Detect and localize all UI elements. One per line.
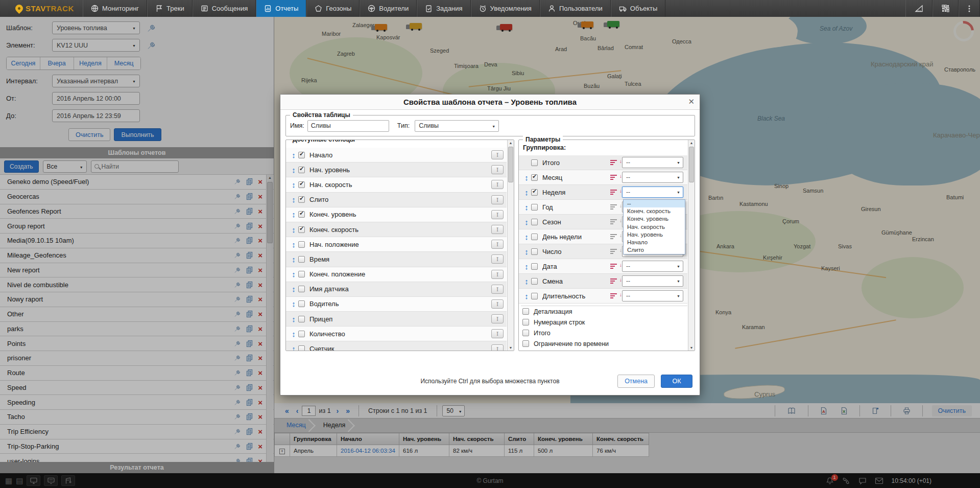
- column-row[interactable]: ↕ Нач. уровень Ī: [286, 162, 507, 177]
- column-row[interactable]: ↕ Счетчик Ī: [286, 341, 507, 351]
- column-row[interactable]: ↕ Слито Ī: [286, 193, 507, 207]
- move-handle-icon[interactable]: ↕: [289, 180, 298, 189]
- column-width-button[interactable]: Ī: [491, 299, 504, 309]
- nav-monitoring[interactable]: Мониторинг: [83, 0, 147, 17]
- move-handle-icon[interactable]: ↕: [289, 315, 298, 323]
- option-row-numbering[interactable]: Нумерация строк: [521, 317, 687, 328]
- grouping-select[interactable]: --: [622, 261, 683, 272]
- column-checkbox[interactable]: [298, 226, 305, 233]
- grouping-select[interactable]: --: [622, 157, 683, 168]
- column-checkbox[interactable]: [298, 181, 305, 188]
- grouping-checkbox[interactable]: [531, 204, 538, 211]
- grouping-row[interactable]: ↕ Дата --: [519, 259, 687, 274]
- move-handle-icon[interactable]: ↕: [289, 285, 298, 293]
- move-handle-icon[interactable]: ↕: [522, 203, 531, 212]
- close-icon[interactable]: ✕: [688, 97, 695, 106]
- column-checkbox[interactable]: [298, 271, 305, 277]
- grouping-checkbox[interactable]: [531, 189, 538, 196]
- grouping-row[interactable]: ↕ Неделя --: [519, 185, 687, 200]
- apps-menu[interactable]: [933, 0, 959, 17]
- nav-messages[interactable]: Сообщения: [193, 0, 256, 17]
- scroll-thumb[interactable]: [689, 147, 694, 182]
- dropdown-option[interactable]: Конеч. уровень: [624, 215, 685, 223]
- sort-order-icon[interactable]: [610, 175, 618, 180]
- column-row[interactable]: ↕ Начало Ī: [286, 148, 507, 162]
- table-name-input[interactable]: [307, 120, 389, 132]
- option-detalization[interactable]: Детализация: [521, 306, 687, 317]
- grouping-select[interactable]: --: [622, 187, 683, 198]
- column-row[interactable]: ↕ Конеч. положение Ī: [286, 267, 507, 282]
- column-checkbox[interactable]: [298, 300, 305, 307]
- move-handle-icon[interactable]: ↕: [522, 262, 531, 271]
- column-width-button[interactable]: Ī: [491, 180, 504, 189]
- column-row[interactable]: ↕ Время Ī: [286, 252, 507, 267]
- option-total[interactable]: Итого: [521, 328, 687, 338]
- nav-jobs[interactable]: Задания: [417, 0, 470, 17]
- dropdown-option[interactable]: Нач. скорость: [624, 223, 685, 231]
- more-menu[interactable]: [959, 0, 980, 17]
- dropdown-option[interactable]: Слито: [624, 246, 685, 254]
- sort-order-icon[interactable]: [610, 293, 618, 298]
- column-width-button[interactable]: Ī: [491, 254, 504, 264]
- column-checkbox[interactable]: [298, 331, 305, 337]
- move-handle-icon[interactable]: ↕: [522, 233, 531, 241]
- column-row[interactable]: ↕ Прицеп Ī: [286, 312, 507, 327]
- nav-units[interactable]: Объекты: [611, 0, 666, 17]
- grouping-checkbox[interactable]: [531, 234, 538, 240]
- sort-order-icon[interactable]: [610, 190, 618, 195]
- column-checkbox[interactable]: [298, 286, 305, 292]
- grouping-row[interactable]: ↕ Месяц --: [519, 170, 687, 185]
- sort-order-icon[interactable]: [610, 219, 618, 224]
- move-handle-icon[interactable]: ↕: [522, 188, 531, 197]
- ok-button[interactable]: ОК: [661, 375, 692, 388]
- checkbox[interactable]: [522, 319, 529, 326]
- scroll-thumb[interactable]: [508, 147, 513, 182]
- move-handle-icon[interactable]: ↕: [289, 299, 298, 308]
- move-handle-icon[interactable]: ↕: [289, 195, 298, 204]
- move-handle-icon[interactable]: ↕: [289, 240, 298, 249]
- column-checkbox[interactable]: [298, 345, 305, 351]
- sort-order-icon[interactable]: [610, 278, 618, 284]
- column-row[interactable]: ↕ Конеч. уровень Ī: [286, 207, 507, 222]
- column-width-button[interactable]: Ī: [491, 285, 504, 294]
- parameters-scrollbar[interactable]: ▲ ▼: [688, 140, 695, 351]
- column-width-button[interactable]: Ī: [491, 240, 504, 249]
- column-width-button[interactable]: Ī: [491, 150, 504, 159]
- move-handle-icon[interactable]: ↕: [522, 292, 531, 300]
- checkbox[interactable]: [522, 330, 529, 336]
- move-handle-icon[interactable]: ↕: [289, 225, 298, 234]
- column-checkbox[interactable]: [298, 316, 305, 322]
- column-checkbox[interactable]: [298, 167, 305, 173]
- sort-order-icon[interactable]: [610, 264, 618, 269]
- column-width-button[interactable]: Ī: [491, 165, 504, 174]
- dropdown-option[interactable]: Нач. уровень: [624, 231, 685, 239]
- scroll-up-icon[interactable]: ▲: [508, 141, 514, 145]
- column-checkbox[interactable]: [298, 211, 305, 218]
- move-handle-icon[interactable]: ↕: [522, 247, 531, 256]
- grouping-checkbox[interactable]: [531, 248, 538, 255]
- grouping-checkbox[interactable]: [531, 174, 538, 181]
- option-time-limit[interactable]: Ограничение по времени: [521, 338, 687, 349]
- grouping-checkbox[interactable]: [531, 263, 538, 270]
- move-handle-icon[interactable]: ↕: [522, 277, 531, 286]
- sort-order-icon[interactable]: [610, 234, 618, 239]
- move-handle-icon[interactable]: ↕: [289, 330, 298, 338]
- sort-order-icon[interactable]: [610, 249, 618, 254]
- grouping-select[interactable]: --: [622, 290, 683, 301]
- column-row[interactable]: ↕ Нач. положение Ī: [286, 237, 507, 252]
- move-handle-icon[interactable]: ↕: [522, 173, 531, 182]
- table-type-select[interactable]: Сливы: [415, 120, 499, 132]
- column-width-button[interactable]: Ī: [491, 314, 504, 323]
- scroll-down-icon[interactable]: ▼: [688, 346, 695, 350]
- column-width-button[interactable]: Ī: [491, 195, 504, 204]
- grouping-checkbox[interactable]: [531, 219, 538, 225]
- column-checkbox[interactable]: [298, 196, 305, 203]
- nav-drivers[interactable]: Водители: [360, 0, 417, 17]
- checkbox[interactable]: [522, 308, 529, 315]
- grouping-row[interactable]: ↕ Смена --: [519, 274, 687, 289]
- column-row[interactable]: ↕ Конеч. скорость Ī: [286, 222, 507, 237]
- move-handle-icon[interactable]: ↕: [522, 218, 531, 226]
- move-handle-icon[interactable]: ↕: [289, 344, 298, 351]
- column-row[interactable]: ↕ Количество Ī: [286, 327, 507, 341]
- grouping-checkbox[interactable]: [531, 293, 538, 299]
